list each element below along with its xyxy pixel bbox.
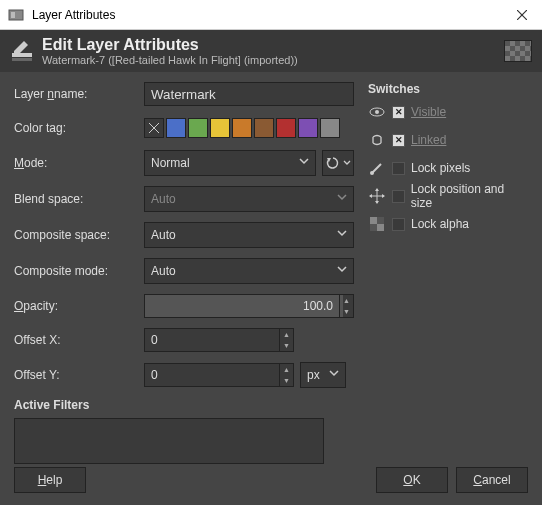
composite-space-select[interactable]: Auto [144,222,354,248]
svg-rect-6 [12,58,32,61]
color-tag-green[interactable] [188,118,208,138]
move-icon [368,188,386,204]
linked-checkbox[interactable]: ✕ [392,134,405,147]
brush-icon [368,160,386,176]
visible-checkbox[interactable]: ✕ [392,106,405,119]
edit-icon [10,39,34,63]
lock-pixels-label: Lock pixels [411,161,470,175]
blend-space-select[interactable]: Auto [144,186,354,212]
active-filters-label: Active Filters [14,398,354,412]
dialog-header: Edit Layer Attributes Watermark-7 ([Red-… [0,30,542,72]
switch-linked: ✕ Linked [368,130,528,150]
color-tag-label: Color tag: [14,121,144,135]
link-icon [368,133,386,147]
color-tag-gray[interactable] [320,118,340,138]
color-tag-picker [144,118,340,138]
color-tag-brown[interactable] [254,118,274,138]
chevron-down-icon [337,264,347,274]
dialog-title: Edit Layer Attributes [42,36,504,54]
offset-x-spinner[interactable]: 0 ▲▼ [144,328,294,352]
lock-pixels-checkbox[interactable] [392,162,405,175]
offset-y-spinner[interactable]: 0 ▲▼ [144,363,294,387]
window-title: Layer Attributes [32,8,502,22]
layer-preview [504,40,532,62]
chevron-down-icon [343,159,351,167]
reset-icon [326,156,340,170]
mode-label: Mode: [14,156,144,170]
chevron-down-icon [299,156,309,166]
color-tag-red[interactable] [276,118,296,138]
titlebar: Layer Attributes [0,0,542,30]
dialog-subtitle: Watermark-7 ([Red-tailed Hawk In Flight]… [42,54,504,66]
offset-y-label: Offset Y: [14,368,144,382]
active-filters-list[interactable] [14,418,324,464]
svg-marker-17 [375,201,379,204]
svg-marker-19 [382,194,385,198]
svg-rect-21 [370,217,377,224]
linked-label: Linked [411,133,446,147]
blend-space-label: Blend space: [14,192,144,206]
switch-lock-position: Lock position and size [368,186,528,206]
svg-point-13 [370,171,374,175]
chevron-down-icon [329,368,339,378]
switch-lock-alpha: Lock alpha [368,214,528,234]
lock-position-label: Lock position and size [411,182,528,210]
color-tag-purple[interactable] [298,118,318,138]
svg-marker-18 [369,194,372,198]
color-tag-orange[interactable] [232,118,252,138]
lock-alpha-label: Lock alpha [411,217,469,231]
mode-reset-button[interactable] [322,150,354,176]
spinner-arrows[interactable]: ▲▼ [339,295,353,317]
help-button[interactable]: Help [14,467,86,493]
ok-button[interactable]: OK [376,467,448,493]
layer-name-input[interactable] [144,82,354,106]
composite-mode-label: Composite mode: [14,264,144,278]
cancel-button[interactable]: Cancel [456,467,528,493]
composite-space-label: Composite space: [14,228,144,242]
mode-select[interactable]: Normal [144,150,316,176]
dialog-footer: Help OK Cancel [14,467,528,493]
visible-label: Visible [411,105,446,119]
svg-marker-5 [14,41,28,55]
layer-name-label: Layer nname: [14,87,144,101]
switch-visible: ✕ Visible [368,102,528,122]
composite-mode-select[interactable]: Auto [144,258,354,284]
switches-title: Switches [368,82,528,96]
close-button[interactable] [502,0,542,30]
color-tag-none[interactable] [144,118,164,138]
eye-icon [368,106,386,118]
svg-rect-22 [377,224,384,231]
spinner-arrows[interactable]: ▲▼ [279,364,293,386]
spinner-arrows[interactable]: ▲▼ [279,329,293,351]
lock-alpha-checkbox[interactable] [392,218,405,231]
opacity-label: Opacity: [14,299,144,313]
app-icon [8,7,24,23]
unit-select[interactable]: px [300,362,346,388]
switch-lock-pixels: Lock pixels [368,158,528,178]
svg-point-11 [375,110,379,114]
svg-rect-1 [11,12,15,18]
color-tag-yellow[interactable] [210,118,230,138]
chevron-down-icon [337,228,347,238]
color-tag-blue[interactable] [166,118,186,138]
offset-x-label: Offset X: [14,333,144,347]
opacity-spinner[interactable]: 100.0 ▲▼ [144,294,354,318]
chevron-down-icon [337,192,347,202]
lock-position-checkbox[interactable] [392,190,405,203]
svg-marker-16 [375,188,379,191]
checker-icon [368,217,386,231]
